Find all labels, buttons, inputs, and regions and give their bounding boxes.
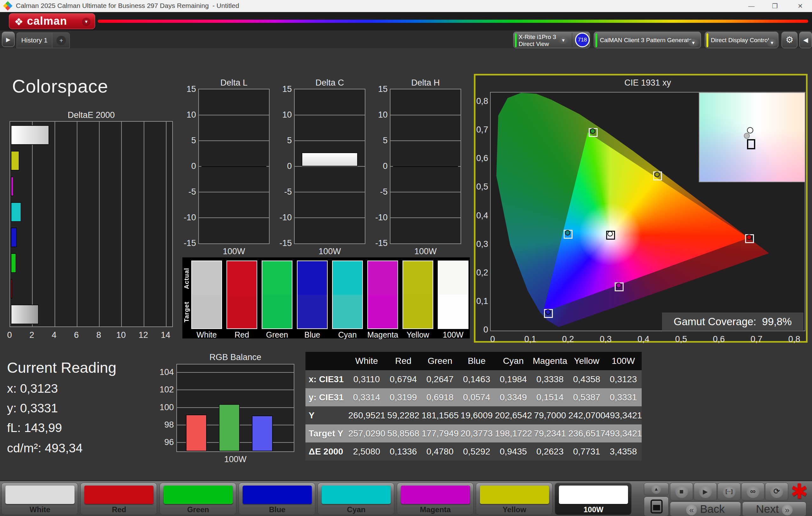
pattern-bar: WhiteRedGreenBlueCyanMagentaYellow100W ▲… — [0, 481, 812, 516]
rgb-bar-Green — [219, 404, 240, 451]
collapse-panel-button[interactable]: ◀ — [799, 32, 812, 48]
row-label: Y — [306, 406, 348, 424]
swatch-label: Red — [227, 330, 257, 339]
pattern-button-Blue[interactable]: Blue — [238, 483, 315, 515]
rgb-ytick: 100 — [155, 402, 174, 412]
tab-bar: ▶ History 1 + X-Rite i1Pro 3 Direct View… — [0, 30, 812, 48]
play-button[interactable]: ▶ — [694, 483, 717, 500]
delta_c-title: Delta C — [294, 78, 366, 88]
swatch-actual — [438, 261, 468, 295]
stop-button[interactable]: ■ — [670, 483, 693, 500]
add-tab-button[interactable]: + — [52, 32, 70, 48]
meter-dropdown[interactable]: X-Rite i1Pro 3 Direct View ▼ 718 — [513, 32, 590, 48]
table-value: 493,3421 — [605, 424, 642, 443]
delta-h-chart: Delta H151050-5-10-15100W — [369, 78, 464, 259]
rgb-ytick: 98 — [155, 420, 174, 430]
row-label: ΔE 2000 — [306, 443, 348, 460]
calman-menu-arrow-icon: ▼ — [82, 18, 90, 26]
pattern-generator-dropdown[interactable]: CalMAN Client 3 Pattern Generator ▼ — [594, 32, 701, 48]
page-title: Colorspace — [12, 75, 108, 97]
back-button[interactable]: « Back — [670, 502, 741, 516]
measure-range-button[interactable]: [··] — [718, 483, 741, 500]
minimize-button[interactable]: — — [741, 0, 762, 12]
gamut-coverage-value: 99,8% — [762, 316, 792, 327]
reading-fl: fL: 143,99 — [7, 421, 62, 435]
swatch-Yellow — [403, 261, 433, 329]
delta_c-plot — [294, 89, 366, 244]
chevron-down-icon: ▼ — [558, 36, 569, 44]
swatch-target — [333, 295, 362, 328]
calman-wordmark: calman — [27, 14, 67, 27]
gamut-coverage-readout: Gamut Coverage: 99,8% — [662, 312, 804, 331]
cie-ytick: 0,5 — [475, 182, 488, 192]
rgb-balance-chart: RGB Balance1041021009896100W — [155, 353, 298, 479]
header-strip: ❖ calman ▼ — [0, 12, 812, 30]
rgb-bar-Blue — [252, 416, 273, 451]
pattern-button-label: Red — [81, 505, 157, 514]
back-label: Back — [700, 503, 725, 515]
restore-button[interactable]: ❐ — [764, 0, 785, 12]
gridline — [177, 372, 294, 373]
table-value: 0,7731 — [569, 443, 605, 460]
delta_l-zero-bar — [201, 166, 266, 167]
delta_c-bar — [302, 152, 358, 166]
layout-nav-arrow-button[interactable]: ▶ — [2, 32, 14, 47]
gridline — [77, 122, 78, 327]
pattern-button-Cyan[interactable]: Cyan — [318, 483, 394, 515]
pattern-window-mode-button[interactable] — [644, 497, 669, 516]
table-value: 0,0574 — [458, 388, 495, 406]
meter-mode: Direct View — [519, 40, 549, 48]
delta_h-ytick: -15 — [369, 238, 387, 248]
swatch-Magenta — [367, 261, 398, 329]
rainbow-gradient-strip — [98, 20, 808, 23]
cie-ytick: 0,4 — [475, 211, 488, 221]
delta_c-xlabel: 100W — [294, 247, 366, 256]
next-button[interactable]: Next » — [742, 502, 806, 516]
refresh-button[interactable]: ⟳ — [765, 483, 788, 500]
pattern-swatch-Yellow — [480, 486, 549, 504]
row-label: x: CIE31 — [306, 370, 348, 388]
range-icon: [··] — [723, 485, 735, 498]
cie-ytick: 0,3 — [475, 239, 488, 249]
pattern-button-Yellow[interactable]: Yellow — [476, 483, 553, 515]
app-logo-icon — [4, 2, 12, 10]
table-value: 58,8568 — [385, 424, 422, 443]
continuous-measure-button[interactable]: ∞ — [741, 483, 764, 500]
calman-menu-button[interactable]: ❖ calman ▼ — [9, 13, 95, 29]
deltae2000-xtick: 4 — [48, 330, 61, 340]
rgb-bar-Red — [186, 415, 207, 451]
table-value: 0,6918 — [422, 388, 458, 406]
gridline — [199, 217, 269, 218]
stop-icon: ■ — [675, 485, 688, 498]
deltae2000-bar-White — [11, 305, 39, 324]
display-control-dropdown[interactable]: Direct Display Control ▼ — [705, 32, 778, 48]
swatch-label: White — [191, 330, 222, 339]
pattern-button-Magenta[interactable]: Magenta — [397, 483, 473, 515]
pattern-button-100W[interactable]: 100W — [555, 483, 632, 515]
gridline — [390, 192, 461, 192]
rgb-xlabel: 100W — [176, 455, 294, 464]
table-value: 0,3331 — [605, 388, 642, 406]
pattern-generator-label: CalMAN Client 3 Pattern Generator — [600, 37, 694, 44]
tab-history-1[interactable]: History 1 — [17, 32, 52, 48]
pattern-button-label: Blue — [239, 505, 316, 514]
next-label: Next — [756, 503, 779, 515]
gridline — [390, 115, 461, 115]
gridline — [99, 122, 99, 327]
display-control-label: Direct Display Control — [711, 37, 769, 44]
pattern-button-Green[interactable]: Green — [160, 483, 236, 515]
pattern-window-up-button[interactable]: ▲ — [644, 483, 669, 495]
table-value: 0,3338 — [531, 370, 569, 388]
settings-button[interactable]: ⚙ — [782, 32, 798, 48]
close-button[interactable]: ✕ — [790, 0, 811, 12]
actual-row-label: Actual — [183, 262, 191, 295]
gamut-coverage-label: Gamut Coverage: — [674, 316, 756, 327]
pattern-button-Red[interactable]: Red — [80, 483, 157, 515]
pattern-swatch-Magenta — [401, 486, 470, 504]
pattern-button-White[interactable]: White — [1, 483, 78, 515]
column-header-100W: 100W — [605, 352, 642, 370]
deltae2000-xtick: 2 — [25, 330, 38, 340]
session-asterisk-icon: ✱ — [790, 479, 808, 504]
cie-xtick: 0,4 — [634, 334, 653, 344]
delta_h-ytick: 0 — [369, 161, 387, 171]
